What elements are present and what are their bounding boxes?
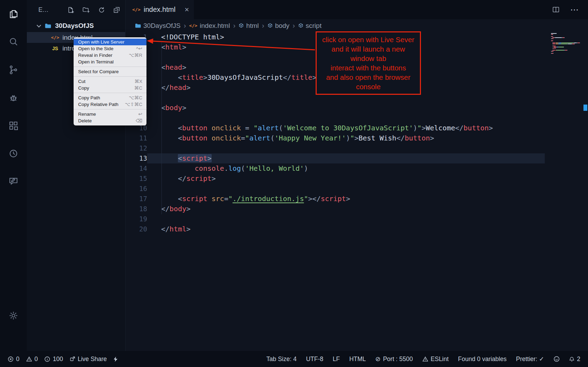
search-icon[interactable] — [0, 28, 27, 56]
source-control-icon[interactable] — [0, 56, 27, 84]
line-number[interactable]: 20 — [126, 224, 147, 234]
status-100[interactable]: 100 — [44, 355, 63, 363]
line-content[interactable]: <button onclick = "alert('Welcome to 30D… — [147, 123, 545, 133]
collapse-folders-icon[interactable] — [113, 6, 120, 14]
menu-item-shortcut: ⌥⌘C — [129, 95, 142, 101]
breadcrumb-item-html[interactable]: html — [239, 22, 259, 30]
status-label: Live Share — [78, 355, 107, 363]
line-number[interactable]: 17 — [126, 194, 147, 204]
status-port-5500[interactable]: ⊘Port : 5500 — [375, 355, 413, 363]
split-editor-icon[interactable] — [552, 6, 560, 14]
code-token: head — [165, 63, 182, 71]
code-token: = — [224, 194, 228, 203]
menu-item-label: Open with Live Server — [78, 39, 125, 45]
breadcrumb-item-index-html[interactable]: </>index.html — [189, 22, 230, 30]
explorer-icon[interactable] — [0, 0, 27, 28]
extensions-icon[interactable] — [0, 112, 27, 139]
code-token — [207, 124, 211, 132]
run-debug-icon[interactable] — [0, 84, 27, 112]
menu-item-select-for-compare[interactable]: Select for Compare — [74, 68, 146, 75]
code-token — [161, 134, 178, 142]
line-content[interactable]: <body> — [147, 103, 545, 113]
breadcrumb-label: script — [306, 22, 322, 30]
status-bolt[interactable] — [113, 356, 118, 362]
menu-item-copy-path[interactable]: Copy Path⌥⌘C — [74, 94, 146, 101]
line-content[interactable]: <script> — [147, 153, 545, 163]
indent-guide — [161, 42, 162, 214]
status-html[interactable]: HTML — [349, 355, 366, 363]
line-number[interactable]: 13 — [126, 153, 147, 163]
refresh-icon[interactable] — [98, 6, 105, 14]
status-live-share[interactable]: Live Share — [70, 355, 107, 363]
code-token: > — [182, 63, 186, 71]
symbol-icon — [239, 23, 244, 28]
line-content[interactable]: </html> — [147, 224, 545, 234]
line-content[interactable]: <button onclick="alert('Happy New Year!'… — [147, 133, 545, 143]
line-content[interactable]: console.log('Hello, World') — [147, 163, 545, 174]
history-icon[interactable] — [0, 139, 27, 167]
annotation-text: and it will launch a new — [317, 44, 419, 54]
code-token: " — [417, 124, 422, 132]
code-line-9: 9 — [126, 113, 545, 123]
status-2[interactable]: 2 — [569, 355, 580, 363]
line-content[interactable] — [147, 113, 545, 123]
status-found-0-variables[interactable]: Found 0 variables — [458, 355, 506, 363]
status-tab-size-4[interactable]: Tab Size: 4 — [266, 355, 297, 363]
menu-item-open-in-terminal[interactable]: Open in Terminal — [74, 59, 146, 65]
line-number[interactable]: 12 — [126, 143, 147, 153]
code-token: onclick — [212, 124, 241, 132]
close-tab-icon[interactable]: × — [184, 5, 189, 14]
line-content[interactable] — [147, 143, 545, 153]
breadcrumb-item-script[interactable]: script — [298, 22, 322, 30]
status-eslint[interactable]: ESLint — [422, 355, 449, 363]
annotation-text: click on open with Live Sever — [317, 35, 419, 44]
status-0[interactable]: 0 — [8, 355, 20, 363]
new-folder-icon[interactable] — [82, 6, 90, 14]
status-utf-8[interactable]: UTF-8 — [306, 355, 323, 363]
tab-index-html[interactable]: </> index.html × — [126, 0, 194, 19]
menu-item-cut[interactable]: Cut⌘X — [74, 78, 146, 85]
menu-item-open-with-live-server[interactable]: Open with Live Server — [74, 39, 146, 45]
folder-root[interactable]: 30DaysOfJS — [27, 20, 125, 32]
minimap-line — [551, 44, 583, 44]
new-file-icon[interactable] — [67, 6, 74, 14]
line-number[interactable]: 16 — [126, 184, 147, 194]
line-number[interactable]: 14 — [126, 163, 147, 174]
breadcrumb-item-body[interactable]: body — [267, 22, 289, 30]
line-number[interactable]: 15 — [126, 174, 147, 184]
status-prettier[interactable]: Prettier: ✓ — [516, 355, 544, 363]
menu-item-copy[interactable]: Copy⌘C — [74, 85, 146, 91]
status-label: Tab Size: 4 — [266, 355, 297, 363]
line-number[interactable]: 19 — [126, 214, 147, 224]
minimap[interactable] — [550, 33, 583, 351]
line-content[interactable]: <script src="./introduction.js"></script… — [147, 194, 545, 204]
code-line-19: 19 — [126, 214, 545, 224]
line-number[interactable]: 11 — [126, 133, 147, 143]
line-number[interactable]: 18 — [126, 204, 147, 214]
line-content[interactable] — [147, 184, 545, 194]
menu-item-open-to-the-side[interactable]: Open to the Side^↩ — [74, 45, 146, 52]
line-content[interactable] — [147, 214, 545, 224]
menu-item-rename[interactable]: Rename↩ — [74, 111, 146, 117]
settings-gear-icon[interactable] — [0, 301, 27, 329]
more-actions-icon[interactable]: ⋯ — [570, 5, 579, 15]
status-smiley[interactable] — [553, 356, 560, 362]
code-token: > — [422, 124, 426, 132]
smiley-icon — [553, 356, 560, 362]
status-lf[interactable]: LF — [333, 355, 340, 363]
status-0[interactable]: 0 — [26, 355, 38, 363]
menu-item-reveal-in-finder[interactable]: Reveal in Finder⌥⌘R — [74, 52, 146, 59]
explorer-title: E... — [38, 6, 48, 14]
menu-item-copy-relative-path[interactable]: Copy Relative Path⌥⇧⌘C — [74, 101, 146, 108]
breadcrumb-label: index.html — [200, 22, 230, 30]
live-share-icon — [70, 356, 75, 362]
code-token: html — [169, 225, 186, 233]
menu-item-delete[interactable]: Delete⌫ — [74, 117, 146, 124]
vscode-window: E... 30DaysOfJS </>index.htmlJSintroduct… — [0, 0, 588, 367]
line-content[interactable]: </body> — [147, 204, 545, 214]
chevron-down-icon — [37, 23, 41, 28]
feedback-icon[interactable] — [0, 167, 27, 195]
breadcrumb-item-30daysofjs[interactable]: 30DaysOfJS — [135, 22, 181, 30]
line-content[interactable]: </script> — [147, 174, 545, 184]
code-token: > — [182, 104, 186, 112]
